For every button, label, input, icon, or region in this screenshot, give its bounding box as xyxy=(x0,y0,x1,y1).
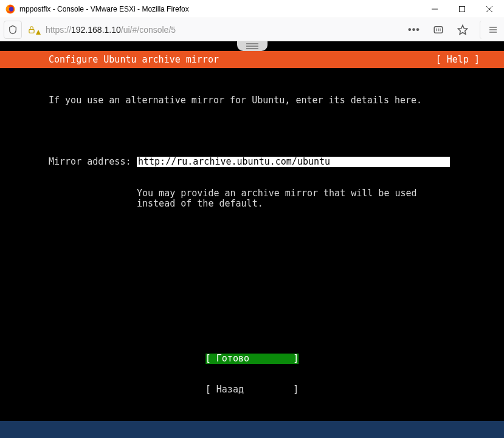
minimize-button[interactable] xyxy=(421,0,448,18)
toolbar-right: ••• xyxy=(404,21,500,39)
mirror-address-input[interactable]: http://ru.archive.ubuntu.com/ubuntu xyxy=(137,157,450,167)
installer-buttons: [ Готово ] [ Назад ] xyxy=(205,332,299,416)
firefox-icon xyxy=(5,4,16,15)
mirror-label: Mirror address: xyxy=(49,157,137,167)
url-host: 192.168.1.10 xyxy=(71,25,121,35)
help-button[interactable]: [ Help ] xyxy=(436,54,480,65)
back-button[interactable]: [ Назад ] xyxy=(205,385,299,395)
site-identity[interactable] xyxy=(26,25,41,35)
url-prefix: https:// xyxy=(46,25,71,35)
installer-title: Configure Ubuntu archive mirror xyxy=(49,54,219,65)
reader-mode-icon[interactable] xyxy=(429,21,448,39)
url-path: /ui/#/console/5 xyxy=(121,25,176,35)
svg-rect-6 xyxy=(29,29,34,33)
svg-point-1 xyxy=(9,7,14,12)
browser-toolbar: https://192.168.1.10/ui/#/console/5 ••• xyxy=(0,18,504,41)
mirror-hint: You may provide an archive mirror that w… xyxy=(49,188,450,210)
close-button[interactable] xyxy=(475,0,503,18)
window-titlebar: mppostfix - Console - VMware ESXi - Mozi… xyxy=(0,0,504,18)
vmware-console: Configure Ubuntu archive mirror [ Help ]… xyxy=(0,41,504,438)
tracking-protection-icon[interactable] xyxy=(4,21,22,39)
console-topbar xyxy=(0,41,504,51)
bookmark-star-icon[interactable] xyxy=(453,21,472,39)
intro-text: If you use an alternative mirror for Ubu… xyxy=(49,95,480,106)
svg-marker-9 xyxy=(458,25,468,34)
app-menu-icon[interactable] xyxy=(480,21,499,39)
done-button[interactable]: [ Готово ] xyxy=(205,354,299,364)
installer-header: Configure Ubuntu archive mirror [ Help ] xyxy=(0,51,504,68)
address-bar[interactable]: https://192.168.1.10/ui/#/console/5 xyxy=(44,25,401,35)
console-handle-icon[interactable] xyxy=(237,41,268,51)
maximize-button[interactable] xyxy=(448,0,475,18)
mirror-row: Mirror address: http://ru.archive.ubuntu… xyxy=(49,157,480,167)
window-title: mppostfix - Console - VMware ESXi - Mozi… xyxy=(19,5,421,13)
page-actions-icon[interactable]: ••• xyxy=(404,21,424,39)
svg-marker-7 xyxy=(36,30,41,35)
window-controls xyxy=(421,0,503,18)
svg-rect-3 xyxy=(459,6,464,12)
installer-body: If you use an alternative mirror for Ubu… xyxy=(0,68,504,421)
console-footer xyxy=(0,421,504,438)
